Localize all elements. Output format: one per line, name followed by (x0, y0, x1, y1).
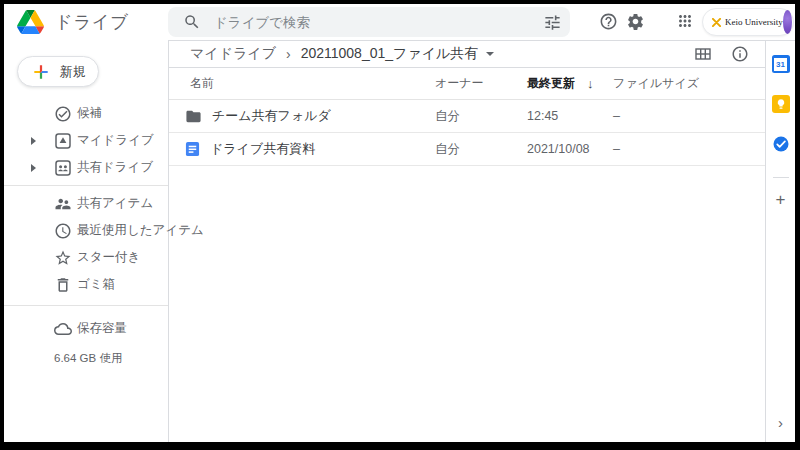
sidebar-item-my-drive[interactable]: マイドライブ (4, 127, 168, 154)
side-panel-divider (773, 177, 789, 178)
drive-logo-icon[interactable] (17, 10, 44, 34)
screenshot-frame: ドライブ Keio University (0, 0, 800, 450)
new-plus-icon (31, 62, 51, 82)
sidebar-item-label: 候補 (4, 105, 102, 122)
search-bar[interactable] (168, 7, 570, 37)
sidebar-item-storage[interactable]: 保存容量 (4, 315, 168, 342)
top-app-bar: ドライブ Keio University (4, 4, 795, 40)
sidebar-item-starred[interactable]: スター付き (4, 244, 168, 271)
column-header-modified-label: 最終更新 (527, 75, 575, 92)
file-name: チーム共有フォルダ (212, 107, 331, 125)
expand-caret-icon[interactable] (31, 137, 36, 145)
left-sidebar: 新規 候補 マイドライブ 共有ドライブ (4, 40, 168, 442)
shared-drives-icon (54, 159, 72, 177)
file-name: ドライブ共有資料 (210, 140, 315, 158)
org-logo-icon (712, 18, 721, 27)
sidebar-item-suggested[interactable]: 候補 (4, 100, 168, 127)
table-row[interactable]: ドライブ共有資料 自分 2021/10/08 – (169, 133, 765, 166)
new-button[interactable]: 新規 (17, 56, 99, 87)
apps-grid-icon[interactable] (676, 12, 694, 30)
folder-icon (185, 108, 202, 125)
sidebar-item-label: 共有アイテム (4, 195, 153, 212)
sidebar-divider (4, 305, 168, 306)
keep-icon[interactable] (772, 95, 790, 113)
file-owner: 自分 (435, 141, 527, 158)
info-icon[interactable] (731, 45, 749, 63)
main-content: マイドライブ › 20211008_01_ファイル共有 名前 オーナー (168, 40, 765, 442)
sidebar-item-label: マイドライブ (4, 132, 154, 149)
sidebar-item-shared-drives[interactable]: 共有ドライブ (4, 154, 168, 181)
table-header-row: 名前 オーナー 最終更新 ↓ ファイルサイズ (169, 68, 765, 100)
sidebar-item-label: スター付き (4, 249, 140, 266)
settings-gear-icon[interactable] (626, 12, 645, 31)
file-size: – (613, 109, 765, 123)
calendar-day-number: 31 (774, 58, 787, 71)
account-badge[interactable]: Keio University (702, 8, 794, 36)
breadcrumb-current[interactable]: 20211008_01_ファイル共有 (301, 45, 479, 63)
org-name: Keio University (725, 17, 783, 27)
breadcrumb-root[interactable]: マイドライブ (190, 45, 276, 63)
sidebar-item-label: 最近使用したアイテム (4, 222, 204, 239)
file-size: – (613, 142, 765, 156)
people-icon (54, 195, 72, 213)
column-header-owner[interactable]: オーナー (435, 75, 527, 92)
sort-descending-arrow-icon[interactable]: ↓ (587, 76, 594, 91)
cloud-icon (54, 320, 72, 338)
drive-window: ドライブ Keio University (4, 4, 795, 442)
expand-caret-icon[interactable] (31, 164, 36, 172)
file-owner: 自分 (435, 108, 527, 125)
add-addon-plus-icon[interactable]: + (776, 191, 786, 208)
collapse-panel-chevron-icon[interactable]: › (778, 415, 783, 430)
side-panel: 31 + › (765, 40, 795, 442)
breadcrumb-separator-icon: › (286, 46, 291, 62)
app-title: ドライブ (55, 10, 129, 34)
search-input[interactable] (214, 15, 543, 30)
search-options-tune-icon[interactable] (543, 13, 562, 32)
star-icon (54, 249, 72, 267)
file-modified: 12:45 (527, 109, 613, 123)
user-avatar[interactable] (783, 10, 792, 34)
docs-icon (185, 141, 200, 157)
table-row[interactable]: チーム共有フォルダ 自分 12:45 – (169, 100, 765, 133)
clock-icon (54, 222, 72, 240)
trash-icon (54, 276, 72, 294)
check-circle-icon (54, 105, 72, 123)
storage-used-text: 6.64 GB 使用 (4, 351, 168, 366)
column-header-size[interactable]: ファイルサイズ (613, 75, 765, 92)
grid-view-icon[interactable] (694, 45, 712, 63)
body-row: 新規 候補 マイドライブ 共有ドライブ (4, 40, 795, 442)
sidebar-item-trash[interactable]: ゴミ箱 (4, 271, 168, 298)
breadcrumb-toolbar: マイドライブ › 20211008_01_ファイル共有 (169, 41, 765, 68)
new-button-label: 新規 (60, 63, 86, 81)
column-header-name[interactable]: 名前 (185, 75, 435, 92)
sidebar-item-shared-with-me[interactable]: 共有アイテム (4, 190, 168, 217)
sidebar-item-label: 共有ドライブ (4, 159, 153, 176)
help-icon[interactable] (599, 12, 618, 31)
tasks-icon[interactable] (772, 135, 790, 153)
folder-menu-caret-icon[interactable] (486, 52, 494, 56)
file-modified: 2021/10/08 (527, 142, 613, 156)
calendar-icon[interactable]: 31 (772, 55, 790, 73)
search-icon[interactable] (183, 13, 201, 31)
my-drive-icon (54, 132, 72, 150)
sidebar-divider (4, 185, 168, 186)
sidebar-item-recent[interactable]: 最近使用したアイテム (4, 217, 168, 244)
column-header-modified[interactable]: 最終更新 ↓ (527, 75, 613, 92)
